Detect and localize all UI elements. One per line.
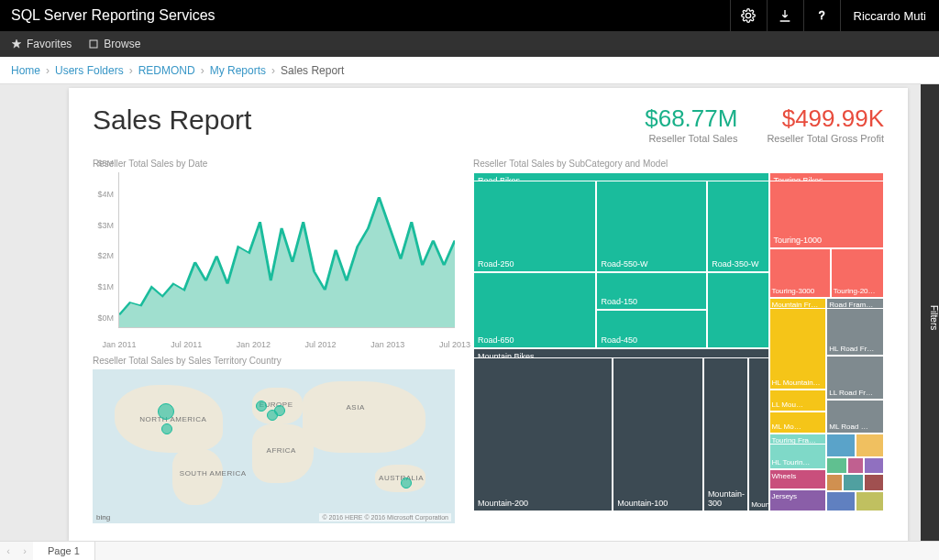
top-bar: SQL Server Reporting Services ? Riccardo… bbox=[0, 0, 939, 31]
tm-cell[interactable] bbox=[826, 491, 855, 511]
tm-cell[interactable]: Road-350-W bbox=[707, 181, 768, 272]
download-button[interactable] bbox=[767, 0, 803, 31]
map-dot[interactable] bbox=[161, 423, 172, 434]
kpi-reseller-total-sales: $68.77M Reseller Total Sales bbox=[645, 104, 737, 144]
map-dot[interactable] bbox=[158, 403, 174, 420]
treemap[interactable]: Road Bikes Road-250 Road-650 Road-550-W … bbox=[473, 172, 884, 511]
chart-title: Reseller Total Sales by SubCategory and … bbox=[473, 159, 884, 169]
world-map[interactable]: NORTH AMERICA SOUTH AMERICA EUROPE AFRIC… bbox=[93, 369, 455, 523]
tm-cell[interactable]: Touring-20… bbox=[831, 248, 884, 298]
line-chart-section: Reseller Total Sales by Date $0M $1M $2M… bbox=[93, 159, 455, 328]
tm-cell[interactable] bbox=[707, 272, 768, 348]
tm-wheels[interactable]: Wheels bbox=[769, 469, 827, 489]
tm-cell[interactable]: LL Road Fr… bbox=[826, 356, 884, 400]
page-title: Sales Report bbox=[93, 104, 251, 136]
breadcrumb: Home› Users Folders› REDMOND› My Reports… bbox=[0, 57, 939, 84]
user-menu[interactable]: Riccardo Muti bbox=[840, 0, 939, 31]
tm-cell[interactable]: Touring-1000 bbox=[769, 181, 884, 248]
tm-cell[interactable]: Mountain-200 bbox=[473, 357, 613, 511]
tm-cell[interactable]: ML Mo… bbox=[769, 412, 827, 434]
tm-cell[interactable] bbox=[826, 457, 846, 475]
y-axis: $0M $1M $2M $3M $4M $5M bbox=[92, 172, 117, 327]
page-next-button[interactable]: › bbox=[17, 545, 33, 556]
tm-cell[interactable]: Road-650 bbox=[473, 272, 596, 348]
chart-title: Reseller Total Sales by Date bbox=[93, 159, 455, 169]
settings-button[interactable] bbox=[730, 0, 767, 31]
kpi-value: $499.99K bbox=[767, 104, 884, 133]
svg-rect-1 bbox=[90, 40, 97, 48]
tm-cell[interactable] bbox=[826, 434, 855, 457]
map-section: Reseller Total Sales by Sales Territory … bbox=[93, 356, 455, 523]
filters-panel-toggle[interactable]: Filters bbox=[921, 84, 939, 541]
kpi-reseller-gross-profit: $499.99K Reseller Total Gross Profit bbox=[767, 104, 884, 144]
report-grid: Reseller Total Sales by Date $0M $1M $2M… bbox=[93, 159, 884, 523]
tm-cell[interactable] bbox=[847, 457, 864, 475]
tm-cell[interactable]: LL Mou… bbox=[769, 390, 827, 412]
browse-icon bbox=[88, 38, 99, 49]
tm-cell[interactable]: Road-250 bbox=[473, 181, 596, 272]
tm-cell[interactable]: Road-550-W bbox=[596, 181, 707, 272]
browse-button[interactable]: Browse bbox=[88, 38, 140, 50]
tm-cell[interactable]: Road-150 bbox=[596, 272, 707, 310]
map-dot[interactable] bbox=[401, 478, 412, 489]
map-attribution: © 2016 HERE © 2016 Microsoft Corporation bbox=[319, 513, 451, 522]
download-icon bbox=[778, 8, 792, 23]
breadcrumb-redmond[interactable]: REDMOND bbox=[138, 64, 195, 77]
kpi-value: $68.77M bbox=[645, 104, 737, 133]
star-icon bbox=[11, 38, 22, 49]
tm-cell[interactable]: Mountain-300 bbox=[703, 357, 748, 511]
line-chart-svg bbox=[119, 172, 455, 327]
chart-title: Reseller Total Sales by Sales Territory … bbox=[93, 356, 455, 366]
tm-cell[interactable] bbox=[826, 474, 843, 491]
tm-cell[interactable]: HL Road Fr… bbox=[826, 308, 884, 356]
tm-cell[interactable]: HL Mountain… bbox=[769, 308, 827, 390]
map-dot[interactable] bbox=[274, 405, 285, 416]
kpi-row: $68.77M Reseller Total Sales $499.99K Re… bbox=[645, 104, 884, 144]
breadcrumb-current: Sales Report bbox=[281, 64, 344, 77]
report-header: Sales Report $68.77M Reseller Total Sale… bbox=[93, 104, 884, 144]
help-button[interactable]: ? bbox=[803, 0, 840, 31]
tm-cell[interactable]: HL Tourin… bbox=[769, 444, 827, 469]
tm-cell[interactable] bbox=[856, 434, 884, 457]
left-column: Reseller Total Sales by Date $0M $1M $2M… bbox=[93, 159, 455, 523]
tm-cell[interactable]: Road-450 bbox=[596, 310, 707, 349]
help-icon: ? bbox=[814, 8, 829, 23]
top-bar-actions: ? Riccardo Muti bbox=[730, 0, 939, 31]
favorites-button[interactable]: Favorites bbox=[11, 38, 72, 50]
breadcrumb-home[interactable]: Home bbox=[11, 64, 40, 77]
breadcrumb-users[interactable]: Users Folders bbox=[55, 64, 124, 77]
tm-cell[interactable] bbox=[843, 474, 863, 491]
svg-text:?: ? bbox=[819, 9, 825, 22]
tm-cell[interactable]: Touring-3000 bbox=[769, 248, 831, 298]
sub-bar: Favorites Browse bbox=[0, 31, 939, 57]
gear-icon bbox=[741, 8, 756, 23]
tm-jerseys[interactable]: Jerseys bbox=[769, 489, 827, 511]
bing-logo: bing bbox=[96, 513, 110, 522]
tm-cell[interactable]: ML Road … bbox=[826, 400, 884, 434]
right-column: Reseller Total Sales by SubCategory and … bbox=[473, 159, 884, 523]
pager-bar: ‹ › Page 1 bbox=[0, 541, 939, 560]
line-chart[interactable]: $0M $1M $2M $3M $4M $5M Jan 2011 Jul 201… bbox=[118, 172, 455, 328]
tm-cell[interactable] bbox=[864, 474, 884, 491]
tm-cell[interactable]: Mountain-100 bbox=[613, 357, 703, 511]
tm-cell[interactable] bbox=[856, 491, 884, 511]
page-tab[interactable]: Page 1 bbox=[33, 542, 95, 560]
breadcrumb-myreports[interactable]: My Reports bbox=[210, 64, 266, 77]
kpi-label: Reseller Total Sales bbox=[645, 133, 737, 144]
report-viewport: Sales Report $68.77M Reseller Total Sale… bbox=[0, 84, 921, 541]
report-canvas: Sales Report $68.77M Reseller Total Sale… bbox=[69, 88, 908, 541]
page-prev-button[interactable]: ‹ bbox=[0, 545, 17, 556]
map-dot[interactable] bbox=[256, 401, 267, 412]
tm-cell[interactable]: Mountai… bbox=[748, 357, 768, 511]
kpi-label: Reseller Total Gross Profit bbox=[767, 133, 884, 144]
app-title: SQL Server Reporting Services bbox=[0, 7, 215, 24]
tm-cell[interactable] bbox=[864, 457, 884, 475]
